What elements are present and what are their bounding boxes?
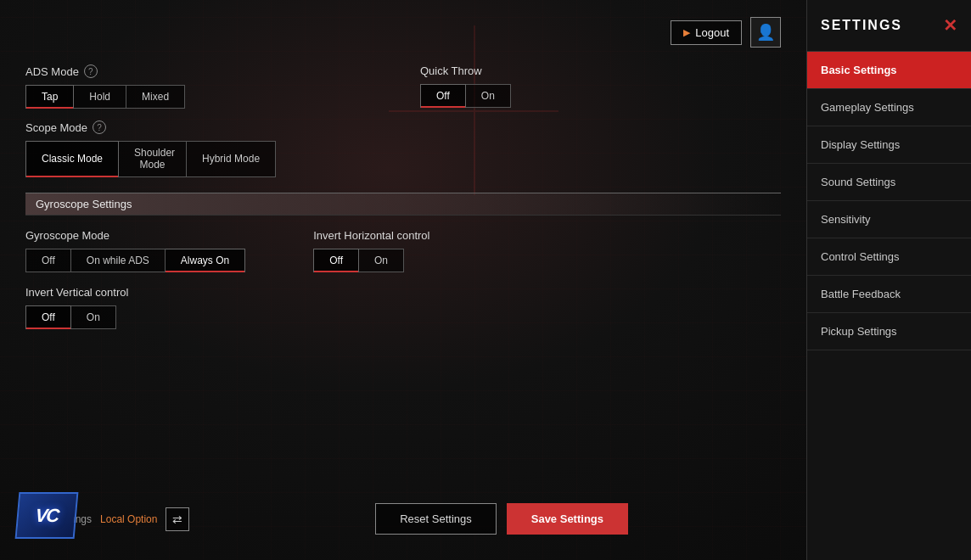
sidebar-title: SETTINGS [821,18,902,33]
invert-h-on-button[interactable]: On [359,249,404,272]
logo: VC [17,492,85,543]
scope-mode-label: Scope Mode ? [25,120,781,134]
play-icon: ▶ [683,27,690,38]
reset-button[interactable]: Reset Settings [375,503,497,535]
invert-v-off-button[interactable]: Off [25,305,71,329]
scope-classic-button[interactable]: Classic Mode [25,141,119,177]
close-icon[interactable]: ✕ [943,15,957,36]
sidebar-item-basic-settings[interactable]: Basic Settings [807,52,971,89]
sync-icon: ⇄ [172,512,182,526]
gyroscope-mode-label: Gyroscope Mode [25,229,245,242]
ads-mixed-button[interactable]: Mixed [126,85,185,109]
scope-mode-section: Scope Mode ? Classic Mode Shoulder Mode … [25,120,781,177]
gyro-on-while-ads-button[interactable]: On while ADS [71,249,166,272]
quick-throw-section: Quick Throw Off On [420,64,781,109]
logo-container: VC [15,492,79,539]
invert-vertical-label: Invert Vertical control [25,286,781,299]
logout-button[interactable]: ▶ Logout [671,20,742,45]
invert-vertical-section: Invert Vertical control Off On [25,286,781,329]
gyroscope-controls: Gyroscope Mode Off On while ADS Always O… [25,229,781,272]
sidebar-item-pickup-settings[interactable]: Pickup Settings [807,313,971,350]
gyro-off-button[interactable]: Off [25,249,71,272]
invert-h-off-button[interactable]: Off [313,249,359,272]
invert-horizontal-group: Off On [313,249,429,272]
top-bar: ▶ Logout 👤 [25,17,781,48]
sidebar-item-display-settings[interactable]: Display Settings [807,126,971,164]
invert-v-on-button[interactable]: On [71,305,116,329]
quick-throw-group: Off On [420,84,781,108]
scope-mode-group: Classic Mode Shoulder Mode Hybrid Mode [25,141,781,177]
invert-horizontal-section: Invert Horizontal control Off On [313,229,429,272]
main-content: ▶ Logout 👤 ADS Mode ? Tap Hold Mixed Qui… [0,0,806,560]
ads-tap-button[interactable]: Tap [25,85,74,109]
sync-button[interactable]: ⇄ [166,507,189,531]
bottom-bar: Cloud Settings Local Option ⇄ Reset Sett… [25,503,628,535]
gyroscope-mode-section: Gyroscope Mode Off On while ADS Always O… [25,229,245,272]
invert-vertical-group: Off On [25,305,781,329]
action-buttons: Reset Settings Save Settings [375,503,628,535]
gyro-always-on-button[interactable]: Always On [166,249,245,272]
scope-hybrid-button[interactable]: Hybrid Mode [187,141,276,177]
sidebar-item-control-settings[interactable]: Control Settings [807,238,971,276]
gyroscope-mode-group: Off On while ADS Always On [25,249,245,272]
scope-shoulder-button[interactable]: Shoulder Mode [119,141,187,177]
quick-throw-on-button[interactable]: On [466,84,511,108]
scope-mode-help-icon[interactable]: ? [93,120,106,134]
quick-throw-label: Quick Throw [420,64,781,77]
ads-mode-section: ADS Mode ? Tap Hold Mixed [25,64,386,109]
profile-button[interactable]: 👤 [750,17,781,48]
sidebar-item-sound-settings[interactable]: Sound Settings [807,164,971,201]
save-button[interactable]: Save Settings [507,503,628,535]
ads-mode-label: ADS Mode ? [25,64,386,78]
settings-sidebar: SETTINGS ✕ Basic Settings Gameplay Setti… [806,0,971,560]
settings-row-1: ADS Mode ? Tap Hold Mixed Quick Throw Of… [25,64,781,109]
gyroscope-section-header: Gyroscope Settings [25,193,781,216]
local-option-label: Local Option [100,513,157,525]
logo-text: VC [35,505,59,527]
ads-mode-group: Tap Hold Mixed [25,85,386,109]
invert-horizontal-label: Invert Horizontal control [313,229,429,242]
ads-hold-button[interactable]: Hold [74,85,126,109]
quick-throw-off-button[interactable]: Off [420,84,466,108]
logout-label: Logout [695,26,729,39]
profile-icon: 👤 [756,23,775,42]
sidebar-item-gameplay-settings[interactable]: Gameplay Settings [807,89,971,126]
sidebar-item-sensitivity[interactable]: Sensitivity [807,201,971,238]
ads-mode-help-icon[interactable]: ? [84,64,98,78]
sidebar-item-battle-feedback[interactable]: Battle Feedback [807,276,971,313]
sidebar-header: SETTINGS ✕ [807,0,971,52]
